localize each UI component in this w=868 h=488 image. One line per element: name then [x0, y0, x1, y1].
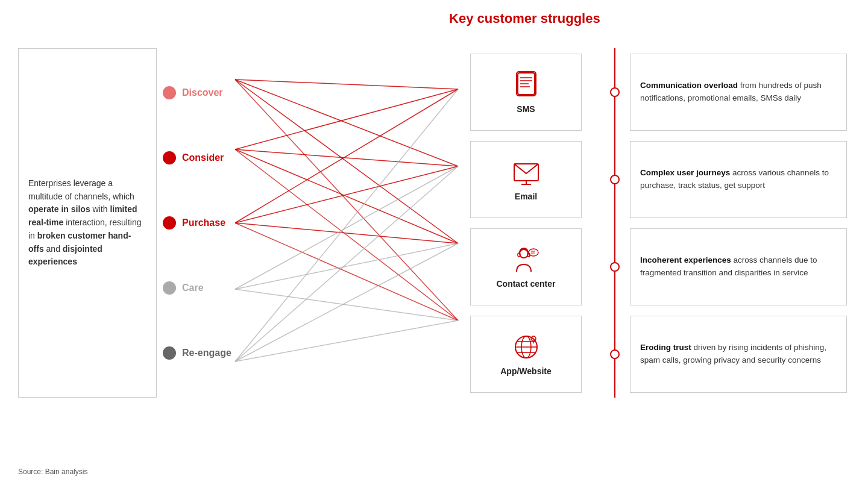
svg-point-28 — [520, 249, 528, 258]
channels-area: SMS Email — [470, 48, 582, 398]
svg-line-5 — [235, 149, 458, 166]
svg-line-8 — [235, 89, 458, 223]
stage-care: Care — [163, 281, 259, 295]
svg-point-31 — [529, 249, 538, 256]
left-description-text: Enterprises leverage a multitude of chan… — [28, 177, 146, 269]
channel-sms-label: SMS — [517, 104, 535, 114]
struggle-trust: Eroding trust driven by rising incidents… — [630, 316, 847, 393]
timeline-dot-3 — [610, 262, 620, 272]
struggle-journeys-text: Complex user journeys across various cha… — [640, 167, 837, 192]
channel-app: App/Website — [470, 316, 582, 393]
struggles-area: Communication overload from hundreds of … — [630, 48, 847, 398]
left-description-box: Enterprises leverage a multitude of chan… — [18, 48, 157, 398]
struggle-journeys: Complex user journeys across various cha… — [630, 141, 847, 218]
channel-sms: SMS — [470, 54, 582, 131]
sms-icon — [512, 70, 541, 99]
svg-line-9 — [235, 166, 458, 223]
timeline-dots — [606, 48, 624, 398]
source-text: Source: Bain analysis — [18, 468, 87, 476]
struggle-trust-text: Eroding trust driven by rising incidents… — [640, 342, 837, 366]
page-title: Key customer struggles — [449, 11, 600, 27]
svg-line-14 — [235, 289, 458, 321]
stage-discover: Discover — [163, 86, 259, 99]
stage-dot-care — [163, 281, 176, 295]
contact-center-icon — [512, 245, 541, 274]
svg-line-32 — [529, 255, 530, 257]
channel-contact: Contact center — [470, 228, 582, 305]
channel-email-label: Email — [515, 192, 537, 201]
stage-dot-discover — [163, 86, 176, 99]
svg-line-13 — [235, 243, 458, 289]
stage-label-discover: Discover — [182, 87, 223, 98]
stage-dot-consider — [163, 151, 176, 164]
svg-line-6 — [235, 149, 458, 243]
svg-line-12 — [235, 166, 458, 289]
stages-area: Discover Consider Purchase Care Re-engag… — [163, 48, 259, 398]
email-icon — [512, 158, 541, 187]
stage-consider: Consider — [163, 151, 259, 164]
svg-line-7 — [235, 149, 458, 321]
stage-reengage: Re-engage — [163, 346, 259, 360]
svg-line-3 — [235, 80, 458, 321]
channel-email: Email — [470, 141, 582, 218]
svg-line-1 — [235, 80, 458, 166]
timeline-dot-1 — [610, 87, 620, 97]
svg-line-15 — [235, 89, 458, 361]
timeline-dot-2 — [610, 175, 620, 184]
struggle-incoherent: Incoherent experiences across channels d… — [630, 228, 847, 305]
svg-line-10 — [235, 223, 458, 243]
svg-line-11 — [235, 223, 458, 321]
svg-line-18 — [235, 321, 458, 361]
timeline-dot-4 — [610, 349, 620, 359]
svg-line-4 — [235, 89, 458, 149]
stage-label-consider: Consider — [182, 152, 224, 163]
svg-line-2 — [235, 80, 458, 243]
source-note: Source: Bain analysis — [18, 468, 87, 476]
struggle-incoherent-text: Incoherent experiences across channels d… — [640, 254, 837, 279]
timeline-area — [606, 48, 624, 398]
stage-label-care: Care — [182, 283, 204, 293]
svg-line-17 — [235, 243, 458, 361]
stage-label-reengage: Re-engage — [182, 348, 231, 358]
page-container: Key customer struggles Enterprises lever… — [0, 0, 868, 488]
svg-line-16 — [235, 166, 458, 361]
stage-dot-reengage — [163, 346, 176, 360]
app-icon — [512, 333, 541, 361]
page-title-area: Key customer struggles — [449, 11, 600, 27]
stage-purchase: Purchase — [163, 216, 259, 230]
struggle-overload: Communication overload from hundreds of … — [630, 54, 847, 131]
channel-app-label: App/Website — [500, 366, 552, 376]
stage-dot-purchase — [163, 216, 176, 230]
channel-contact-label: Contact center — [496, 279, 555, 289]
svg-line-0 — [235, 80, 458, 89]
stage-label-purchase: Purchase — [182, 217, 225, 228]
struggle-overload-text: Communication overload from hundreds of … — [640, 80, 837, 104]
